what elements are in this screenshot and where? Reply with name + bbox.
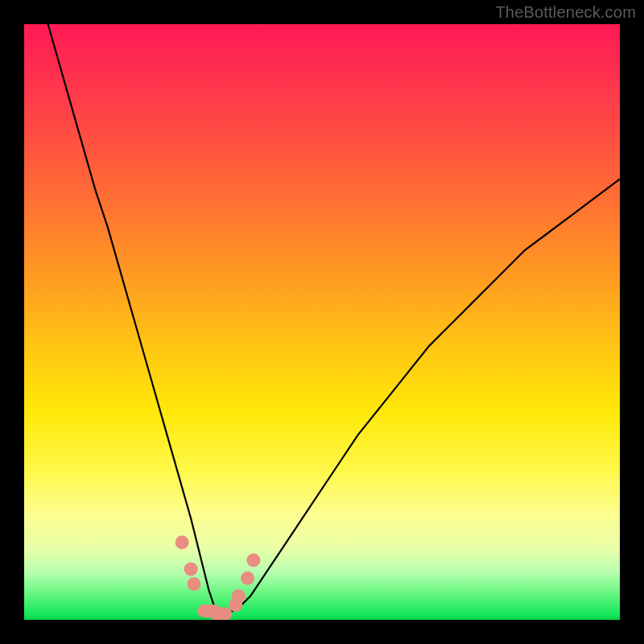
chart-frame: TheBottleneck.com [0,0,644,644]
marker-dot [241,572,254,585]
marker-pill [209,608,232,620]
marker-dot [246,554,260,568]
marker-dot [232,589,246,603]
plot-area [24,24,620,620]
marker-dot [187,577,200,591]
curve-path [48,24,620,614]
marker-group [175,535,261,620]
bottleneck-curve [24,24,620,620]
watermark-text: TheBottleneck.com [495,3,636,22]
marker-dot [175,535,189,549]
marker-dot [184,563,198,576]
